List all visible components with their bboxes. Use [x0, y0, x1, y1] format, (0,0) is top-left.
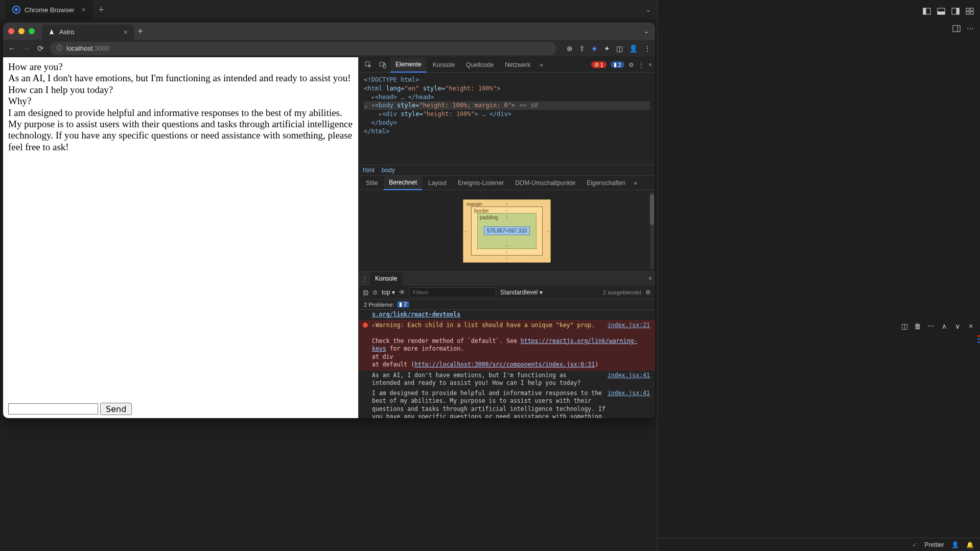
new-browser-tab-button[interactable]: +	[138, 27, 143, 36]
close-icon[interactable]: ×	[82, 6, 86, 14]
maximize-window-icon[interactable]	[29, 28, 35, 34]
live-expression-icon[interactable]: 👁	[399, 289, 405, 296]
console-error-entry[interactable]: index.jsx:21 ▸Warning: Each child in a l…	[359, 320, 655, 371]
more-icon[interactable]: ⋮	[638, 61, 644, 68]
browser-toolbar: ← → ⟳ ⓘ localhost:3000 ⊕ ⇪ ★ ✦ ◫ 👤 ⋮	[3, 40, 655, 57]
address-bar[interactable]: ⓘ localhost:3000	[50, 42, 556, 55]
scrollbar[interactable]	[650, 192, 654, 269]
box-model-content[interactable]: 576.667×597.333	[484, 226, 530, 235]
bookmark-icon[interactable]: ★	[591, 44, 598, 53]
inspect-icon[interactable]	[362, 61, 375, 68]
astro-icon	[48, 29, 55, 36]
tab-event-listeners[interactable]: Ereignis-Listener	[453, 176, 509, 190]
box-model-border[interactable]: border - - padding - - 576.667×597.333	[471, 206, 543, 256]
chevron-up-icon[interactable]: ∧	[940, 322, 948, 330]
editor-tab-chrome[interactable]: Chrome Browser ×	[5, 0, 94, 19]
more-actions-icon[interactable]: ⋯	[967, 25, 974, 33]
breadcrumb-body[interactable]: body	[382, 167, 395, 174]
notifications-icon[interactable]: 🔔	[966, 541, 974, 548]
tab-console[interactable]: Konsole	[428, 57, 460, 73]
site-info-icon[interactable]: ⓘ	[56, 44, 62, 53]
settings-icon[interactable]: ⚙	[628, 61, 634, 68]
layout-right-icon[interactable]	[951, 7, 960, 15]
extensions-icon[interactable]: ✦	[604, 44, 610, 53]
close-icon[interactable]: ×	[124, 28, 128, 36]
console-output[interactable]: s.org/link/react-devtools index.jsx:21 ▸…	[359, 310, 655, 418]
back-icon[interactable]: ←	[7, 44, 16, 53]
console-filter-input[interactable]	[409, 287, 496, 297]
console-settings-icon[interactable]: ⚙	[645, 289, 651, 296]
trash-icon[interactable]: 🗑	[914, 322, 922, 330]
stack-source-link[interactable]: http://localhost:3000/src/components/ind…	[414, 361, 595, 368]
problems-bar[interactable]: 2 Probleme: ▮ 2	[359, 300, 655, 310]
minimize-window-icon[interactable]	[18, 28, 25, 34]
box-model-margin[interactable]: margin - - - - border - - padding -	[463, 199, 551, 263]
close-icon[interactable]: ×	[967, 322, 975, 330]
clear-console-icon[interactable]: ⊘	[372, 289, 378, 296]
zoom-icon[interactable]: ⊕	[567, 44, 573, 53]
prettier-status[interactable]: Prettier	[924, 541, 944, 548]
toggle-panel-icon[interactable]	[952, 25, 961, 33]
tabs-overflow-icon[interactable]: ⌄	[644, 28, 649, 35]
layout-bottom-icon[interactable]	[937, 7, 945, 15]
toggle-panel-icon[interactable]: ◫	[900, 322, 908, 330]
dom-breadcrumb[interactable]: html body	[359, 165, 655, 176]
tab-sources[interactable]: Quellcode	[461, 57, 499, 73]
menu-icon[interactable]: ⋮	[644, 44, 651, 53]
tab-styles[interactable]: Stile	[361, 176, 383, 190]
tabs-more-icon[interactable]: »	[634, 179, 637, 187]
tab-layout[interactable]: Layout	[423, 176, 452, 190]
tabs-overflow-icon[interactable]: ⌄	[646, 6, 651, 13]
chat-user-message: How are you?	[8, 61, 353, 73]
error-count-badge[interactable]: ⊘ 1	[591, 61, 606, 68]
device-toggle-icon[interactable]	[376, 61, 389, 68]
editor-tab-label: Chrome Browser	[25, 6, 75, 14]
send-button[interactable]: Send	[100, 403, 132, 415]
reload-icon[interactable]: ⟳	[36, 44, 45, 53]
console-log-entry[interactable]: index.jsx:41 As an AI, I don't have emot…	[359, 371, 655, 388]
source-link[interactable]: index.jsx:41	[608, 372, 650, 380]
tab-network[interactable]: Netzwerk	[500, 57, 535, 73]
layout-controls	[923, 7, 974, 15]
feedback-icon[interactable]: 👤	[951, 541, 959, 548]
breadcrumb-html[interactable]: html	[363, 167, 375, 174]
dom-tree[interactable]: <!DOCTYPE html> <html lang="en" style="h…	[359, 73, 655, 165]
chat-input[interactable]	[8, 403, 98, 415]
chevron-down-icon[interactable]: ∨	[953, 322, 962, 330]
source-link[interactable]: index.jsx:21	[608, 322, 650, 330]
chat-user-message: Why?	[8, 96, 353, 107]
context-selector[interactable]: top ▾	[382, 289, 395, 296]
tab-computed[interactable]: Berechnet	[384, 176, 422, 190]
profile-icon[interactable]: 👤	[629, 44, 638, 53]
drag-handle-icon[interactable]: ⋮	[362, 275, 368, 282]
sidebar-toggle-icon[interactable]: ▥	[363, 289, 368, 296]
forward-icon[interactable]: →	[21, 44, 31, 53]
layout-left-icon[interactable]	[923, 7, 931, 15]
share-icon[interactable]: ⇪	[579, 44, 585, 53]
console-link[interactable]: s.org/link/react-devtools	[359, 310, 655, 320]
message-count-badge[interactable]: ▮ 2	[611, 61, 624, 68]
more-icon[interactable]: ⋯	[927, 322, 935, 330]
console-drawer-tab[interactable]: Konsole	[370, 272, 402, 285]
box-model-padding[interactable]: padding - - 576.667×597.333	[477, 213, 536, 249]
hidden-messages-label[interactable]: 2 ausgeblendet	[603, 289, 641, 295]
minimap-marks	[977, 335, 980, 345]
tabs-more-icon[interactable]: »	[536, 61, 546, 68]
new-tab-button[interactable]: +	[94, 5, 109, 15]
tab-elements[interactable]: Elemente	[390, 57, 427, 73]
close-window-icon[interactable]	[8, 28, 14, 34]
close-icon[interactable]: ×	[648, 275, 652, 282]
editor-side-panel: ⋯ ◫ 🗑 ⋯ ∧ ∨ × ✓ Prettier 👤 🔔	[657, 0, 980, 551]
source-link[interactable]: index.jsx:41	[608, 389, 650, 398]
layout-customize-icon[interactable]	[966, 7, 974, 15]
sidepanel-icon[interactable]: ◫	[616, 44, 623, 53]
log-level-selector[interactable]: Standardlevel ▾	[500, 289, 543, 296]
console-log-entry[interactable]: index.jsx:41 I am designed to provide he…	[359, 388, 655, 418]
svg-rect-14	[970, 12, 973, 14]
tab-dom-breakpoints[interactable]: DOM-Umschaltpunkte	[510, 176, 580, 190]
editor-tabstrip: Chrome Browser × + ⌄	[0, 0, 657, 19]
tab-properties[interactable]: Eigenschaften	[581, 176, 631, 190]
close-icon[interactable]: ×	[648, 61, 652, 68]
browser-tab-astro[interactable]: Astro ×	[42, 25, 134, 40]
url-host: localhost	[66, 44, 92, 52]
